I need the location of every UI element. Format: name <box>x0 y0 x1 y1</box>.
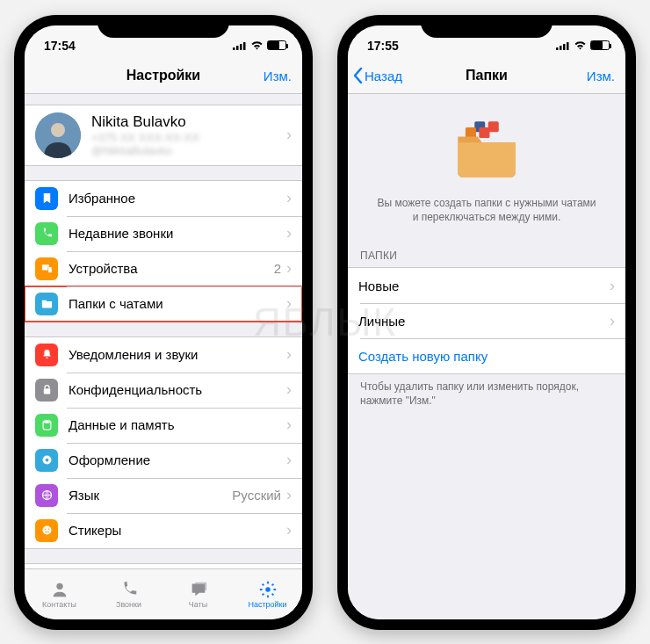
settings-row-help[interactable]: Помощь› <box>25 564 302 568</box>
svg-rect-22 <box>563 44 566 50</box>
settings-row-folder[interactable]: Папки с чатами› <box>25 286 302 322</box>
chevron-right-icon: › <box>610 312 615 330</box>
notch <box>98 15 229 38</box>
profile-name: Nikita Bulavko <box>91 113 286 131</box>
chevron-right-icon: › <box>286 345 292 364</box>
screen-left: 17:54 Настройки Изм. <box>25 25 302 619</box>
settings-row-stickers[interactable]: Стикеры› <box>25 513 302 548</box>
row-value: Русский <box>232 488 281 503</box>
profile-row[interactable]: Nikita Bulavko +375 XX XXX-XX-XX @Nikita… <box>25 105 302 165</box>
svg-rect-7 <box>47 267 51 273</box>
edit-button[interactable]: Изм. <box>264 69 292 83</box>
chevron-right-icon: › <box>286 224 292 242</box>
row-label: Стикеры <box>69 523 286 538</box>
row-value: 2 <box>274 261 281 276</box>
svg-rect-8 <box>43 388 50 394</box>
tab-label: Настройки <box>248 600 286 609</box>
folders-content[interactable]: Вы можете создать папки с нужными чатами… <box>348 94 625 619</box>
profile-group: Nikita Bulavko +375 XX XXX-XX-XX @Nikita… <box>25 105 302 166</box>
svg-point-9 <box>43 420 51 423</box>
row-label: Уведомления и звуки <box>69 347 286 362</box>
svg-rect-23 <box>567 42 569 50</box>
settings-row-devices[interactable]: Устройства2› <box>25 251 302 286</box>
svg-point-18 <box>56 582 62 589</box>
tab-label: Звонки <box>116 600 141 609</box>
chevron-right-icon: › <box>286 259 292 278</box>
tab-label: Контакты <box>42 600 76 609</box>
folder-icon <box>35 293 58 315</box>
row-label: Данные и память <box>69 417 286 432</box>
chevron-right-icon: › <box>286 126 292 144</box>
nav-title: Настройки <box>126 68 200 83</box>
settings-row-language[interactable]: ЯзыкРусский› <box>25 478 302 513</box>
chevron-right-icon: › <box>286 294 292 313</box>
phone-icon <box>35 222 58 245</box>
status-icons <box>233 39 286 53</box>
chevron-right-icon: › <box>286 380 292 399</box>
svg-rect-20 <box>556 47 559 50</box>
tab-calls[interactable]: Звонки <box>94 569 163 619</box>
svg-rect-0 <box>233 47 235 50</box>
settings-group-1: Избранное›Недавние звонки›Устройства2›Па… <box>25 180 302 322</box>
signal-icon <box>556 39 570 53</box>
row-label: Папки с чатами <box>69 296 286 311</box>
chevron-right-icon: › <box>286 521 292 539</box>
status-icons <box>556 39 610 53</box>
folders-hero: Вы можете создать папки с нужными чатами… <box>348 94 625 238</box>
phone-right: 17:55 Назад Папки Изм. <box>337 15 636 630</box>
settings-row-phone[interactable]: Недавние звонки› <box>25 216 302 251</box>
folders-group: Новые›Личные›Создать новую папку <box>348 267 625 374</box>
settings-row-appearance[interactable]: Оформление› <box>25 443 302 478</box>
chevron-right-icon: › <box>610 277 615 295</box>
data-icon <box>35 414 58 437</box>
signal-icon <box>233 39 247 53</box>
chevron-right-icon: › <box>286 451 292 469</box>
svg-point-11 <box>45 459 48 462</box>
folder-label: Новые <box>358 279 610 293</box>
wifi-icon <box>250 39 264 53</box>
lock-icon <box>35 379 58 402</box>
appearance-icon <box>35 449 58 472</box>
chevron-right-icon: › <box>286 189 292 207</box>
hero-text: Вы можете создать папки с нужными чатами… <box>374 196 599 226</box>
tab-settings[interactable]: Настройки <box>233 569 302 619</box>
svg-point-13 <box>42 526 51 535</box>
settings-row-bookmark[interactable]: Избранное› <box>25 181 302 216</box>
row-label: Избранное <box>69 191 286 206</box>
battery-icon <box>590 40 610 50</box>
settings-row-lock[interactable]: Конфиденциальность› <box>25 373 302 408</box>
language-icon <box>35 484 58 507</box>
tab-contacts[interactable]: Контакты <box>25 569 94 619</box>
settings-row-data[interactable]: Данные и память› <box>25 408 302 443</box>
devices-icon <box>35 257 58 280</box>
back-button[interactable]: Назад <box>353 68 402 83</box>
bell-icon <box>35 344 58 366</box>
profile-username: @NikitaBulavko <box>91 144 286 157</box>
status-time: 17:55 <box>367 39 399 53</box>
folders-illustration-icon <box>449 117 524 182</box>
edit-button[interactable]: Изм. <box>587 69 615 83</box>
screen-right: 17:55 Назад Папки Изм. <box>348 25 625 619</box>
folder-row[interactable]: Личные› <box>348 303 625 338</box>
create-folder-button[interactable]: Создать новую папку <box>348 338 625 373</box>
nav-title: Папки <box>466 68 508 83</box>
row-label: Язык <box>69 488 232 503</box>
chevron-right-icon: › <box>286 486 292 504</box>
row-label: Оформление <box>69 452 286 467</box>
settings-row-bell[interactable]: Уведомления и звуки› <box>25 337 302 373</box>
stickers-icon <box>35 519 58 542</box>
svg-point-5 <box>51 123 65 137</box>
tab-chats[interactable]: Чаты <box>163 569 233 619</box>
avatar <box>35 112 81 158</box>
svg-rect-3 <box>243 42 246 50</box>
tab-label: Чаты <box>189 600 207 609</box>
chevron-left-icon <box>353 68 363 83</box>
svg-rect-2 <box>240 44 242 50</box>
create-folder-label: Создать новую папку <box>358 349 615 364</box>
nav-bar: Назад Папки Изм. <box>348 59 625 94</box>
svg-point-19 <box>265 587 271 592</box>
settings-content[interactable]: Nikita Bulavko +375 XX XXX-XX-XX @Nikita… <box>25 94 302 568</box>
nav-bar: Настройки Изм. <box>25 59 302 94</box>
status-time: 17:54 <box>44 39 76 53</box>
folder-row[interactable]: Новые› <box>348 268 625 303</box>
